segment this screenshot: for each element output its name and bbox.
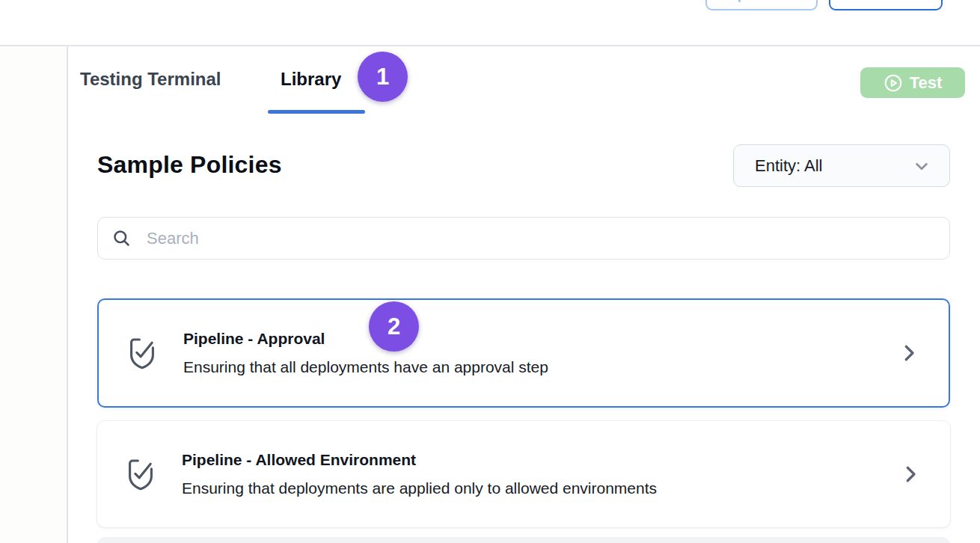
shield-check-icon xyxy=(126,335,159,371)
tab-testing-terminal-label: Testing Terminal xyxy=(80,69,221,89)
save-button-label: Save xyxy=(747,0,784,4)
test-button-label: Test xyxy=(910,73,943,93)
shield-check-icon xyxy=(124,456,157,492)
left-rail-divider xyxy=(67,46,68,543)
annotation-badge-2-label: 2 xyxy=(388,313,400,340)
active-tab-indicator xyxy=(268,110,365,114)
search-input[interactable] xyxy=(147,229,936,248)
annotation-badge-1-label: 1 xyxy=(376,64,389,90)
tab-library-label: Library xyxy=(281,69,341,89)
test-button[interactable]: Test xyxy=(860,67,965,98)
annotation-badge-2: 2 xyxy=(369,301,419,352)
discard-button-label: Discard xyxy=(857,0,914,4)
play-circle-icon xyxy=(883,73,903,93)
tab-testing-terminal[interactable]: Testing Terminal xyxy=(80,69,221,90)
chevron-down-icon xyxy=(912,156,931,176)
policy-description: Ensuring that all deployments have an ap… xyxy=(183,358,548,376)
search-bar xyxy=(97,217,950,260)
policy-card-partial[interactable] xyxy=(97,537,950,543)
policy-card-pipeline-approval[interactable]: Pipeline - Approval Ensuring that all de… xyxy=(97,298,950,408)
page-title: Sample Policies xyxy=(97,151,282,179)
save-button[interactable]: Save xyxy=(705,0,818,10)
search-icon xyxy=(111,228,132,248)
chevron-right-icon xyxy=(898,342,920,364)
top-header: Save Discard xyxy=(0,0,980,46)
chevron-right-icon xyxy=(899,463,922,485)
policy-title: Pipeline - Allowed Environment xyxy=(182,451,657,469)
tab-library[interactable]: Library xyxy=(281,69,341,90)
header-divider xyxy=(0,45,980,46)
policy-description: Ensuring that deployments are applied on… xyxy=(182,479,657,497)
entity-filter-value: Entity: All xyxy=(755,156,822,176)
left-rail xyxy=(0,46,67,543)
discard-button[interactable]: Discard xyxy=(829,0,943,10)
save-icon xyxy=(738,0,741,2)
annotation-badge-1: 1 xyxy=(358,52,408,102)
policy-title: Pipeline - Approval xyxy=(183,330,548,348)
entity-filter-dropdown[interactable]: Entity: All xyxy=(733,144,950,187)
policy-card-pipeline-allowed-environment[interactable]: Pipeline - Allowed Environment Ensuring … xyxy=(97,421,950,527)
